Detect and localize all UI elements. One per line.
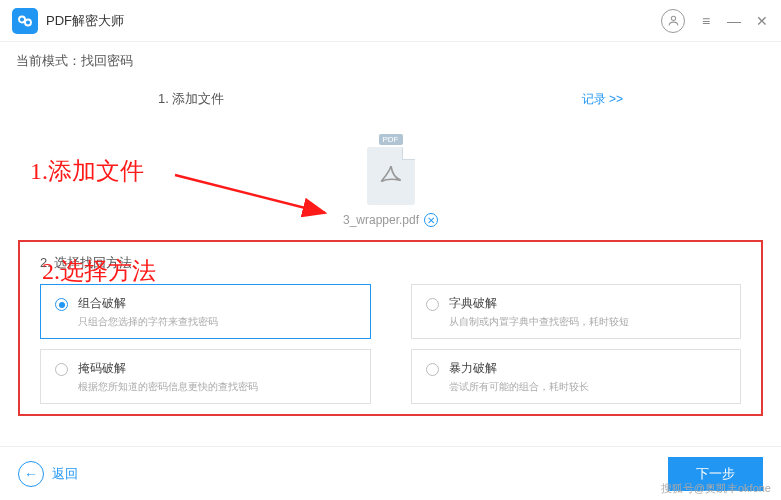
method-combination[interactable]: 组合破解 只组合您选择的字符来查找密码 [40, 284, 371, 339]
method-dictionary[interactable]: 字典破解 从自制或内置字典中查找密码，耗时较短 [411, 284, 742, 339]
app-logo [12, 8, 38, 34]
svg-point-2 [671, 16, 675, 20]
mode-bar: 当前模式：找回密码 [0, 42, 781, 80]
app-title: PDF解密大师 [46, 12, 124, 30]
title-bar: PDF解密大师 ≡ — ✕ [0, 0, 781, 42]
method-desc: 尝试所有可能的组合，耗时较长 [449, 380, 727, 393]
user-icon[interactable] [661, 9, 685, 33]
mode-label: 当前模式： [16, 53, 81, 68]
method-desc: 从自制或内置字典中查找密码，耗时较短 [449, 315, 727, 328]
radio-icon [55, 363, 68, 376]
remove-file-icon[interactable]: ✕ [424, 213, 438, 227]
method-desc: 根据您所知道的密码信息更快的查找密码 [78, 380, 356, 393]
pdf-badge: PDF [379, 134, 403, 145]
annotation-1: 1.添加文件 [30, 155, 144, 187]
method-mask[interactable]: 掩码破解 根据您所知道的密码信息更快的查找密码 [40, 349, 371, 404]
back-label: 返回 [52, 465, 78, 483]
method-brute[interactable]: 暴力破解 尝试所有可能的组合，耗时较长 [411, 349, 742, 404]
svg-point-1 [25, 19, 31, 25]
back-arrow-icon: ← [18, 461, 44, 487]
method-name: 组合破解 [78, 295, 356, 312]
back-button[interactable]: ← 返回 [18, 461, 78, 487]
watermark: 搜狐号@奥凯丰okfone [661, 481, 771, 496]
method-name: 字典破解 [449, 295, 727, 312]
method-name: 暴力破解 [449, 360, 727, 377]
method-name: 掩码破解 [78, 360, 356, 377]
method-desc: 只组合您选择的字符来查找密码 [78, 315, 356, 328]
menu-button[interactable]: ≡ [699, 13, 713, 29]
annotation-arrow-icon [170, 165, 340, 225]
mode-value: 找回密码 [81, 53, 133, 68]
radio-icon [426, 298, 439, 311]
svg-line-4 [175, 175, 325, 213]
history-link[interactable]: 记录 >> [582, 91, 623, 108]
file-name: 3_wrapper.pdf [343, 213, 419, 227]
pdf-file-icon [367, 147, 415, 205]
close-button[interactable]: ✕ [755, 13, 769, 29]
minimize-button[interactable]: — [727, 13, 741, 29]
annotation-2: 2.选择方法 [42, 255, 156, 287]
radio-icon [55, 298, 68, 311]
step1-label: 1. 添加文件 [158, 90, 224, 108]
radio-icon [426, 363, 439, 376]
